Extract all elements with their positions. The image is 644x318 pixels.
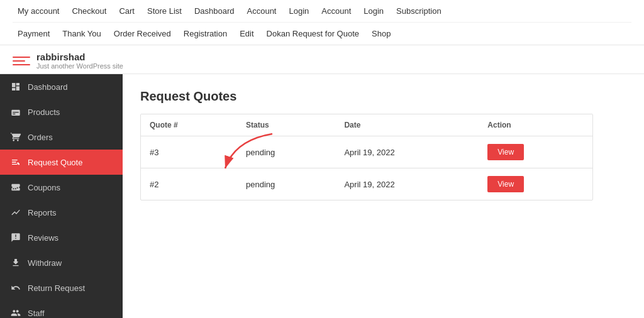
- sidebar-item-label: Reports: [28, 208, 57, 217]
- col-status: Status: [237, 114, 335, 136]
- site-header: My accountCheckoutCartStore ListDashboar…: [0, 0, 644, 74]
- cell-status: pending: [237, 168, 335, 200]
- cell-date: April 19, 2022: [335, 136, 479, 168]
- dashboard-icon: [10, 81, 21, 92]
- view-button[interactable]: View: [487, 144, 524, 160]
- table-row: #3pendingApril 19, 2022View: [141, 136, 592, 168]
- view-button[interactable]: View: [487, 176, 524, 192]
- sidebar-item-label: Request Quote: [28, 158, 82, 167]
- sidebar-item-label: Reviews: [28, 233, 58, 243]
- coupons-icon: [10, 182, 21, 193]
- col-action: Action: [479, 114, 592, 136]
- top-nav-item[interactable]: Dokan Request for Quote: [262, 26, 364, 41]
- sidebar-item-label: Coupons: [28, 183, 60, 192]
- top-nav-item[interactable]: Subscription: [391, 4, 447, 18]
- sidebar-item-orders[interactable]: Orders: [0, 124, 123, 150]
- sidebar-item-label: Orders: [28, 133, 53, 142]
- cell-action: View: [479, 136, 592, 168]
- top-nav-item[interactable]: Cart: [114, 4, 140, 18]
- staff-icon: [10, 307, 21, 318]
- top-nav-item[interactable]: Login: [358, 4, 389, 18]
- sidebar-item-label: Staff: [28, 309, 45, 318]
- cell-status: pending: [237, 136, 335, 168]
- site-identity: rabbirshad Just another WordPress site: [36, 52, 123, 70]
- quotes-table: Quote # Status Date Action #3pendingApri…: [141, 114, 592, 200]
- main-content: Request Quotes Quote # Status Date Actio…: [123, 74, 644, 318]
- page-title: Request Quotes: [140, 89, 626, 104]
- cell-quote: #3: [141, 136, 237, 168]
- request-quote-icon: [10, 156, 21, 168]
- main-layout: DashboardProductsOrdersRequest QuoteCoup…: [0, 74, 644, 318]
- top-nav-item[interactable]: Dashboard: [189, 4, 240, 18]
- site-tagline: Just another WordPress site: [36, 62, 123, 70]
- table-header-row: Quote # Status Date Action: [141, 114, 592, 136]
- top-nav-item[interactable]: Edit: [235, 26, 258, 41]
- sidebar-item-staff[interactable]: Staff: [0, 300, 123, 318]
- sidebar-item-label: Dashboard: [28, 82, 68, 92]
- orders-icon: [10, 131, 21, 143]
- sidebar: DashboardProductsOrdersRequest QuoteCoup…: [0, 74, 123, 318]
- cell-action: View: [479, 168, 592, 200]
- reports-icon: [10, 207, 21, 218]
- sidebar-item-reviews[interactable]: Reviews: [0, 225, 123, 250]
- sidebar-item-request-quote[interactable]: Request Quote: [0, 150, 123, 175]
- top-nav: My accountCheckoutCartStore ListDashboar…: [0, 0, 644, 45]
- table-row: #2pendingApril 19, 2022View: [141, 168, 592, 200]
- top-nav-row1: My accountCheckoutCartStore ListDashboar…: [13, 0, 631, 22]
- sidebar-item-label: Withdraw: [28, 258, 62, 268]
- sidebar-item-coupons[interactable]: Coupons: [0, 175, 123, 200]
- sidebar-item-return-request[interactable]: Return Request: [0, 275, 123, 300]
- top-nav-item[interactable]: Account: [242, 4, 282, 18]
- top-nav-item[interactable]: Account: [316, 4, 356, 18]
- products-icon: [10, 106, 21, 118]
- withdraw-icon: [10, 257, 21, 268]
- top-nav-item[interactable]: My account: [13, 4, 64, 18]
- top-nav-item[interactable]: Login: [284, 4, 314, 18]
- cell-quote: #2: [141, 168, 237, 200]
- top-nav-row2: PaymentThank YouOrder ReceivedRegistrati…: [13, 22, 631, 45]
- top-nav-item[interactable]: Registration: [179, 26, 232, 41]
- sidebar-item-withdraw[interactable]: Withdraw: [0, 250, 123, 275]
- top-nav-item[interactable]: Store List: [142, 4, 187, 18]
- top-nav-item[interactable]: Checkout: [67, 4, 111, 18]
- site-name: rabbirshad: [36, 52, 123, 62]
- sidebar-item-reports[interactable]: Reports: [0, 200, 123, 225]
- top-nav-item[interactable]: Shop: [367, 26, 396, 41]
- hamburger-icon[interactable]: [13, 55, 30, 67]
- return-request-icon: [10, 282, 21, 293]
- col-quote: Quote #: [141, 114, 237, 136]
- top-nav-item[interactable]: Order Received: [109, 26, 176, 41]
- sidebar-item-label: Products: [28, 107, 60, 117]
- cell-date: April 19, 2022: [335, 168, 479, 200]
- sidebar-item-label: Return Request: [28, 283, 85, 293]
- sidebar-item-products[interactable]: Products: [0, 99, 123, 124]
- top-nav-item[interactable]: Payment: [13, 26, 55, 41]
- col-date: Date: [335, 114, 479, 136]
- reviews-icon: [10, 232, 21, 243]
- sidebar-item-dashboard[interactable]: Dashboard: [0, 74, 123, 99]
- quotes-table-wrapper: Quote # Status Date Action #3pendingApri…: [140, 114, 593, 200]
- top-nav-item[interactable]: Thank You: [57, 26, 106, 41]
